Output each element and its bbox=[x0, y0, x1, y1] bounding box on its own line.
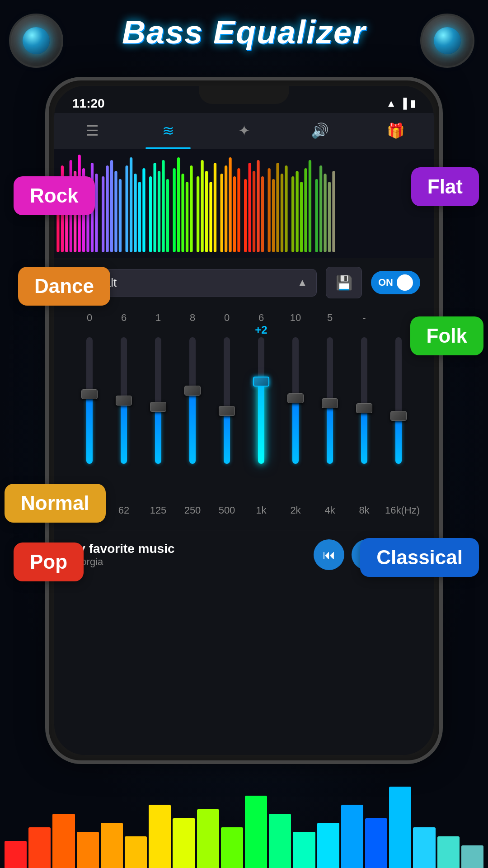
nav-gift[interactable]: 🎁 bbox=[358, 117, 434, 149]
slider-62hz[interactable] bbox=[110, 328, 137, 500]
slider-4khz[interactable] bbox=[316, 328, 343, 500]
val-1: 6 bbox=[110, 312, 137, 324]
freq-62: 62 bbox=[110, 505, 137, 516]
preset-label: Falt bbox=[97, 276, 292, 290]
svg-rect-58 bbox=[328, 182, 331, 252]
eq-toggle[interactable]: ON bbox=[371, 271, 420, 294]
nav-menu[interactable]: ☰ bbox=[54, 117, 130, 149]
slider-250hz[interactable] bbox=[179, 328, 206, 500]
svg-rect-39 bbox=[237, 168, 240, 252]
svg-rect-43 bbox=[257, 160, 259, 252]
slider-8khz[interactable] bbox=[351, 328, 378, 500]
slider-1khz[interactable]: +2 bbox=[248, 328, 275, 500]
val-9 bbox=[385, 312, 412, 324]
svg-rect-45 bbox=[268, 168, 271, 252]
gift-icon: 🎁 bbox=[387, 122, 405, 139]
slider-16khz[interactable] bbox=[385, 328, 412, 500]
normal-label[interactable]: Normal bbox=[5, 484, 106, 523]
svg-rect-20 bbox=[149, 176, 152, 252]
svg-rect-53 bbox=[304, 168, 307, 252]
svg-rect-22 bbox=[158, 171, 160, 252]
svg-rect-31 bbox=[201, 160, 203, 252]
svg-rect-57 bbox=[324, 174, 326, 252]
val-0: 0 bbox=[76, 312, 103, 324]
track-artist: Georgia bbox=[68, 556, 305, 568]
val-7: 5 bbox=[316, 312, 343, 324]
sliders-area: 0 6 1 8 0 6 10 5 - bbox=[68, 307, 420, 521]
speaker-left bbox=[0, 5, 72, 77]
slider-31hz[interactable] bbox=[76, 328, 103, 500]
svg-rect-35 bbox=[221, 174, 223, 252]
svg-rect-16 bbox=[130, 157, 132, 252]
svg-rect-54 bbox=[309, 160, 311, 252]
svg-rect-34 bbox=[214, 163, 216, 252]
slider-2khz[interactable] bbox=[282, 328, 309, 500]
svg-rect-24 bbox=[166, 179, 169, 252]
svg-rect-9 bbox=[95, 174, 98, 252]
phone-frame: 11:20 ▲ ▐ ▮ ☰ ≋ ✦ 🔊 🎁 bbox=[45, 77, 443, 764]
menu-icon: ☰ bbox=[86, 122, 99, 139]
flat-label[interactable]: Flat bbox=[411, 167, 479, 206]
signal-icon: ▐ bbox=[399, 98, 407, 109]
val-5: 6 bbox=[248, 312, 275, 324]
prev-button[interactable]: ⏮ bbox=[314, 539, 344, 570]
nav-brightness[interactable]: ✦ bbox=[206, 117, 282, 149]
val-2: 1 bbox=[145, 312, 172, 324]
svg-rect-48 bbox=[281, 174, 283, 252]
svg-rect-14 bbox=[119, 179, 122, 252]
rock-label[interactable]: Rock bbox=[14, 176, 95, 215]
svg-rect-41 bbox=[248, 163, 251, 252]
svg-rect-27 bbox=[181, 174, 184, 252]
slider-125hz[interactable] bbox=[145, 328, 172, 500]
freq-8k: 8k bbox=[351, 505, 378, 516]
folk-label[interactable]: Folk bbox=[410, 316, 483, 355]
status-time: 11:20 bbox=[72, 96, 105, 111]
waveform-svg bbox=[54, 149, 434, 258]
svg-rect-17 bbox=[134, 174, 136, 252]
battery-icon: ▮ bbox=[410, 98, 416, 109]
svg-rect-56 bbox=[319, 165, 322, 252]
svg-rect-28 bbox=[186, 182, 188, 252]
svg-rect-30 bbox=[197, 176, 199, 252]
waveform-area bbox=[54, 149, 434, 258]
freq-1k: 1k bbox=[248, 505, 275, 516]
wifi-icon: ▲ bbox=[386, 98, 396, 109]
nav-bar: ☰ ≋ ✦ 🔊 🎁 bbox=[54, 113, 434, 149]
val-6: 10 bbox=[282, 312, 309, 324]
classical-label[interactable]: Classical bbox=[360, 538, 479, 577]
svg-rect-15 bbox=[126, 165, 128, 252]
svg-rect-47 bbox=[276, 163, 279, 252]
preset-row: 🎤 Falt ▲ 💾 ON bbox=[68, 267, 420, 298]
slider-500hz[interactable] bbox=[213, 328, 240, 500]
svg-rect-36 bbox=[225, 165, 227, 252]
app-title: Bass Equalizer bbox=[122, 14, 366, 51]
svg-rect-10 bbox=[102, 176, 104, 252]
svg-rect-13 bbox=[114, 171, 117, 252]
val-8: - bbox=[351, 312, 378, 324]
svg-rect-50 bbox=[291, 176, 294, 252]
speaker-right bbox=[416, 5, 488, 77]
svg-rect-21 bbox=[153, 163, 156, 252]
nav-equalizer[interactable]: ≋ bbox=[130, 117, 206, 149]
freq-125: 125 bbox=[145, 505, 172, 516]
brightness-icon: ✦ bbox=[238, 122, 250, 139]
svg-rect-19 bbox=[142, 168, 145, 252]
svg-rect-44 bbox=[261, 176, 264, 252]
notch bbox=[199, 86, 289, 104]
freq-16k: 16k(Hz) bbox=[385, 505, 412, 516]
nav-speaker[interactable]: 🔊 bbox=[282, 117, 358, 149]
svg-rect-26 bbox=[177, 157, 180, 252]
val-3: 8 bbox=[179, 312, 206, 324]
freq-500: 500 bbox=[213, 505, 240, 516]
sliders-row: +2 bbox=[72, 328, 416, 500]
svg-rect-40 bbox=[244, 179, 247, 252]
pop-label[interactable]: Pop bbox=[14, 542, 84, 581]
dropdown-icon: ▲ bbox=[297, 277, 307, 288]
track-title: My favorite music bbox=[68, 542, 305, 556]
dance-label[interactable]: Dance bbox=[18, 267, 110, 306]
eq-controls: 🎤 Falt ▲ 💾 ON 0 6 1 8 bbox=[54, 258, 434, 530]
svg-rect-49 bbox=[285, 165, 287, 252]
svg-rect-37 bbox=[229, 157, 231, 252]
save-button[interactable]: 💾 bbox=[326, 267, 362, 298]
prev-icon: ⏮ bbox=[323, 547, 335, 562]
